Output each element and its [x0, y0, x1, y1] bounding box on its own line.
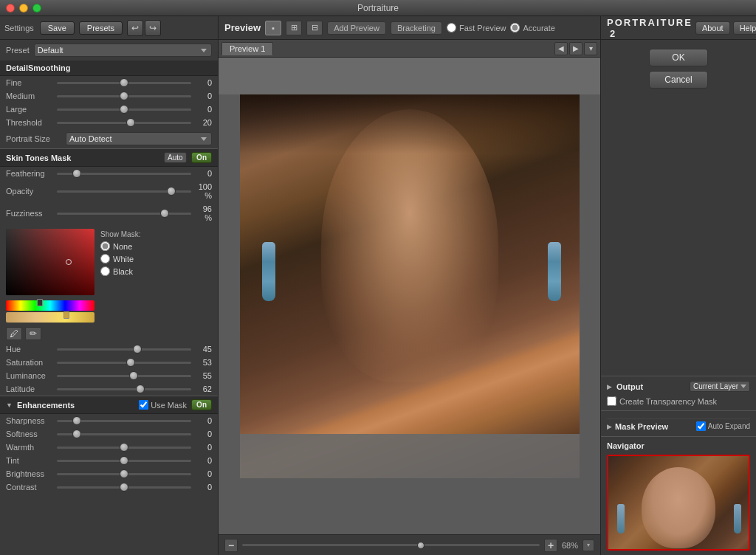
hue-bar[interactable]: [6, 300, 94, 311]
zoom-slider[interactable]: [242, 544, 540, 546]
hue-track[interactable]: [57, 348, 191, 351]
sharpness-track[interactable]: [57, 420, 191, 422]
accurate-radio[interactable]: [510, 23, 520, 32]
next-arrow[interactable]: ▶: [569, 42, 583, 55]
mask-none-option[interactable]: None: [100, 241, 140, 251]
fuzziness-track[interactable]: [57, 213, 191, 215]
skin-tones-on-button[interactable]: On: [191, 152, 212, 163]
large-slider-row: Large 0: [0, 103, 218, 116]
medium-label: Medium: [6, 92, 54, 100]
prev-arrow[interactable]: ◀: [554, 42, 568, 55]
preview-tab-1[interactable]: Preview 1: [221, 42, 273, 55]
brightness-value: 0: [194, 469, 212, 478]
saturation-track[interactable]: [57, 362, 191, 364]
zoom-dropdown[interactable]: ▾: [583, 540, 594, 551]
mask-white-radio[interactable]: [100, 254, 110, 263]
contrast-value: 0: [194, 483, 212, 492]
view-split-h-button[interactable]: ⊞: [286, 21, 302, 35]
zoom-thumb: [417, 542, 425, 549]
saturation-bar[interactable]: [6, 312, 94, 323]
output-expand-icon[interactable]: ▶: [607, 383, 612, 390]
view-single-button[interactable]: ▪: [265, 21, 281, 35]
threshold-track[interactable]: [57, 122, 191, 124]
fuzziness-label: Fuzziness: [6, 209, 54, 218]
mask-white-option[interactable]: White: [100, 254, 140, 263]
mask-preview-row: ▶ Mask Preview Auto Expand: [607, 418, 750, 433]
skin-tones-header: Skin Tones Mask Auto On: [0, 148, 218, 167]
medium-track[interactable]: [57, 95, 191, 97]
fast-preview-group: Fast Preview: [447, 23, 506, 32]
redo-button[interactable]: ↪: [145, 20, 161, 36]
opacity-slider-row: Opacity 100 %: [0, 180, 218, 202]
hue-slider-row: Hue 45: [0, 342, 218, 356]
save-button[interactable]: Save: [40, 21, 75, 35]
warmth-label: Warmth: [6, 443, 54, 452]
help-button[interactable]: Help: [733, 21, 756, 35]
enhancements-title: Enhancements: [17, 401, 134, 410]
enhancements-on-button[interactable]: On: [191, 399, 212, 410]
warmth-slider-row: Warmth 0: [0, 441, 218, 454]
preview-nav: ◀ ▶ ▾: [554, 42, 597, 55]
navigator-section: Navigator: [601, 436, 756, 555]
portrait-size-select[interactable]: Auto Detect: [66, 132, 212, 145]
transparency-row: Create Transparency Mask: [607, 396, 750, 406]
mask-none-radio[interactable]: [100, 241, 110, 251]
brightness-track[interactable]: [57, 473, 191, 475]
preview-bottom: − + 68% ▾: [219, 534, 600, 555]
opacity-track[interactable]: [57, 190, 191, 193]
warmth-track[interactable]: [57, 447, 191, 449]
brightness-slider-row: Brightness 0: [0, 467, 218, 480]
window-title: Portraiture: [357, 3, 399, 13]
zoom-out-button[interactable]: −: [224, 539, 238, 552]
eyedropper-add-button[interactable]: 🖊: [6, 327, 22, 340]
maximize-button[interactable]: [32, 4, 41, 13]
output-layer-select[interactable]: Current Layer: [690, 381, 750, 392]
skin-tones-auto-select[interactable]: Auto: [164, 152, 187, 163]
luminance-track[interactable]: [57, 375, 191, 377]
presets-button[interactable]: Presets: [79, 21, 123, 35]
large-value: 0: [194, 105, 212, 114]
cancel-button[interactable]: Cancel: [649, 71, 708, 89]
mask-black-radio[interactable]: [100, 266, 110, 276]
color-square[interactable]: [6, 229, 94, 295]
output-header: ▶ Output Current Layer: [607, 381, 750, 392]
brightness-label: Brightness: [6, 469, 54, 478]
close-button[interactable]: [6, 4, 15, 13]
accurate-label: Accurate: [523, 24, 554, 32]
menu-arrow[interactable]: ▾: [584, 42, 597, 55]
mask-black-option[interactable]: Black: [100, 266, 140, 276]
zoom-in-button[interactable]: +: [544, 539, 557, 552]
navigator-thumbnail[interactable]: [607, 455, 750, 551]
about-button[interactable]: About: [695, 21, 730, 35]
view-split-v-button[interactable]: ⊟: [306, 21, 323, 35]
use-mask-checkbox[interactable]: [139, 400, 148, 410]
preview-tabs: Preview 1 ◀ ▶ ▾: [219, 40, 600, 58]
contrast-track[interactable]: [57, 486, 191, 489]
tint-track[interactable]: [57, 460, 191, 462]
enhancements-expand-icon[interactable]: ▼: [6, 401, 13, 409]
preset-select[interactable]: Default: [34, 44, 212, 57]
color-crosshair: [66, 259, 72, 265]
minimize-button[interactable]: [19, 4, 28, 13]
undo-button[interactable]: ↩: [127, 20, 143, 36]
saturation-label: Saturation: [6, 358, 54, 367]
eyedropper-subtract-button[interactable]: ✏: [25, 327, 41, 340]
saturation-value: 53: [194, 358, 212, 367]
brand-title: PORTRAITURE 2: [607, 17, 693, 39]
large-track[interactable]: [57, 108, 191, 111]
latitude-track[interactable]: [57, 388, 191, 390]
fine-value: 0: [194, 78, 212, 87]
mask-expand-icon[interactable]: ▶: [607, 423, 612, 430]
bracketing-button[interactable]: Bracketing: [391, 21, 442, 35]
fine-track[interactable]: [57, 82, 191, 84]
add-preview-button[interactable]: Add Preview: [327, 21, 386, 35]
fast-preview-radio[interactable]: [447, 23, 456, 32]
tint-value: 0: [194, 456, 212, 465]
threshold-slider-row: Threshold 20: [0, 116, 218, 129]
zoom-percentage: 68%: [562, 541, 578, 550]
transparency-checkbox[interactable]: [607, 396, 616, 406]
ok-button[interactable]: OK: [649, 49, 708, 66]
feathering-track[interactable]: [57, 173, 191, 175]
auto-expand-checkbox[interactable]: [696, 421, 706, 431]
softness-track[interactable]: [57, 433, 191, 435]
